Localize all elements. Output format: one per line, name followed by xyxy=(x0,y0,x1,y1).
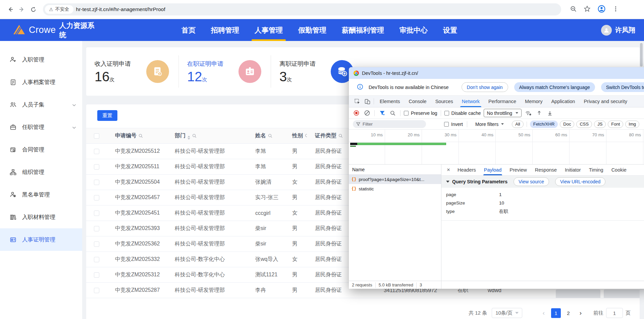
row-checkbox[interactable] xyxy=(94,149,99,154)
search-icon[interactable] xyxy=(389,109,397,117)
preserve-log-checkbox[interactable]: Preserve log xyxy=(404,110,437,116)
close-icon[interactable]: × xyxy=(443,167,453,173)
tab-headers[interactable]: Headers xyxy=(453,165,480,175)
forward-icon[interactable] xyxy=(16,4,28,15)
sidebar-item-contract[interactable]: 合同管理 xyxy=(0,138,82,161)
sidebar-item-onboarding-materials[interactable]: 入职材料管理 xyxy=(0,206,82,228)
devtools-titlebar[interactable]: DevTools - hr-test.zjf-it.cn/ xyxy=(349,67,644,79)
menu-item-hr[interactable]: 人事管理 xyxy=(247,19,290,41)
row-checkbox[interactable] xyxy=(94,180,99,185)
more-filters-button[interactable]: More filters xyxy=(475,122,504,127)
tab-initiator[interactable]: Initiator xyxy=(561,165,585,175)
zoom-out-icon[interactable] xyxy=(570,5,577,14)
sidebar-item-hr-proof[interactable]: 人事证明管理 xyxy=(0,228,82,251)
tab-performance[interactable]: Performance xyxy=(484,96,521,107)
clear-icon[interactable] xyxy=(363,109,371,117)
query-string-section-header[interactable]: Query String Parameters View source View… xyxy=(441,176,644,188)
tab-privacy[interactable]: Privacy and security xyxy=(579,96,632,107)
stat-income-proof[interactable]: 收入证明申请 16次 xyxy=(86,55,178,88)
menu-item-recruit[interactable]: 招聘管理 xyxy=(203,19,247,41)
page-2-button[interactable]: 2 xyxy=(564,308,573,318)
tab-sources[interactable]: Sources xyxy=(431,96,458,107)
tab-application[interactable]: Application xyxy=(547,96,579,107)
record-icon[interactable] xyxy=(352,109,360,117)
row-checkbox[interactable] xyxy=(94,164,99,170)
sidebar-item-personnel-files[interactable]: 人事档案管理 xyxy=(0,71,82,93)
tab-preview[interactable]: Preview xyxy=(505,165,531,175)
search-icon[interactable] xyxy=(338,133,343,139)
sidebar-item-person-subset[interactable]: 人员子集 xyxy=(0,93,82,116)
chip-js[interactable]: JS xyxy=(594,121,606,128)
search-icon[interactable] xyxy=(268,133,272,139)
sort-icon[interactable] xyxy=(187,136,190,140)
tab-timing[interactable]: Timing xyxy=(585,165,607,175)
device-toolbar-icon[interactable] xyxy=(362,96,372,107)
col-header-name[interactable]: 姓名 xyxy=(247,128,284,144)
next-page-button[interactable]: › xyxy=(576,308,585,318)
network-conditions-icon[interactable] xyxy=(524,109,532,117)
back-icon[interactable] xyxy=(5,4,16,15)
tab-payload[interactable]: Payload xyxy=(480,165,505,175)
security-badge[interactable]: ⚠ 不安全 xyxy=(45,5,73,14)
search-icon[interactable] xyxy=(139,133,143,139)
address-bar[interactable]: ⚠ 不安全 hr-test.zjf-it.cn/#/hr-anagement/h… xyxy=(43,3,561,15)
tab-console[interactable]: Console xyxy=(404,96,431,107)
col-header-gender[interactable]: 性别 xyxy=(284,128,307,144)
stat-employment-proof[interactable]: 在职证明申请 12次 xyxy=(178,55,271,88)
tab-memory[interactable]: Memory xyxy=(521,96,547,107)
bookmark-star-icon[interactable] xyxy=(584,5,591,14)
tab-response[interactable]: Response xyxy=(531,165,561,175)
checkbox[interactable] xyxy=(404,111,409,116)
col-header-apply-no[interactable]: 申请编号 xyxy=(107,128,167,144)
row-checkbox[interactable] xyxy=(94,288,99,293)
checkbox[interactable] xyxy=(444,122,449,127)
row-checkbox[interactable] xyxy=(94,257,99,262)
profile-icon[interactable] xyxy=(597,5,606,14)
menu-item-approval[interactable]: 审批中心 xyxy=(392,19,435,41)
reset-button[interactable]: 重置 xyxy=(97,110,117,121)
disable-cache-checkbox[interactable]: Disable cache xyxy=(444,110,481,116)
chip-img[interactable]: Img xyxy=(625,121,639,128)
chip-doc[interactable]: Doc xyxy=(560,121,574,128)
col-header-dept[interactable]: 部门 xyxy=(167,128,247,144)
switch-language-button[interactable]: Switch DevTools to Chinese xyxy=(601,82,644,92)
menu-item-settings[interactable]: 设置 xyxy=(435,19,465,41)
row-checkbox[interactable] xyxy=(94,272,99,278)
inspect-icon[interactable] xyxy=(352,96,362,107)
network-overview[interactable]: 10 ms 20 ms 30 ms 40 ms 50 ms 60 ms 70 m… xyxy=(349,130,644,165)
row-checkbox[interactable] xyxy=(94,211,99,216)
chip-all[interactable]: All xyxy=(512,121,523,128)
tab-network[interactable]: Network xyxy=(458,96,484,107)
sidebar-item-position[interactable]: 任职管理 xyxy=(0,116,82,138)
view-source-button[interactable]: View source xyxy=(514,177,549,186)
page-1-button[interactable]: 1 xyxy=(551,308,561,318)
url-text[interactable]: hr-test.zjf-it.cn/#/hr-anagement/hrProof xyxy=(76,6,165,12)
row-checkbox[interactable] xyxy=(94,226,99,231)
menu-item-attendance[interactable]: 假勤管理 xyxy=(290,19,334,41)
filter-input[interactable]: Filter xyxy=(353,120,426,128)
reload-icon[interactable] xyxy=(28,4,39,15)
page-scrollbar[interactable] xyxy=(640,43,643,66)
export-har-icon[interactable] xyxy=(546,109,554,117)
goto-page-input[interactable] xyxy=(606,308,623,318)
tab-elements[interactable]: Elements xyxy=(375,96,404,107)
view-url-encoded-button[interactable]: View URL-encoded xyxy=(555,177,605,186)
chip-font[interactable]: Font xyxy=(608,121,623,128)
search-icon[interactable] xyxy=(305,133,307,139)
import-har-icon[interactable] xyxy=(535,109,543,117)
row-checkbox[interactable] xyxy=(94,241,99,247)
row-checkbox[interactable] xyxy=(94,195,99,200)
prev-page-button[interactable]: ‹ xyxy=(539,308,548,318)
search-icon[interactable] xyxy=(192,133,197,139)
dont-show-again-button[interactable]: Don't show again xyxy=(462,82,508,92)
chip-css[interactable]: CSS xyxy=(576,121,592,128)
menu-item-payroll[interactable]: 薪酬福利管理 xyxy=(334,19,392,41)
match-language-button[interactable]: Always match Chrome's language xyxy=(514,82,595,92)
sidebar-item-onboarding[interactable]: 入职管理 xyxy=(0,48,82,71)
throttling-select[interactable]: No throttling xyxy=(484,109,522,117)
filter-icon[interactable] xyxy=(378,109,386,117)
menu-item-home[interactable]: 首页 xyxy=(174,19,203,41)
checkbox[interactable] xyxy=(444,111,449,116)
sidebar-item-blacklist[interactable]: 黑名单管理 xyxy=(0,183,82,206)
page-size-select[interactable]: 10条/页 xyxy=(492,308,522,318)
